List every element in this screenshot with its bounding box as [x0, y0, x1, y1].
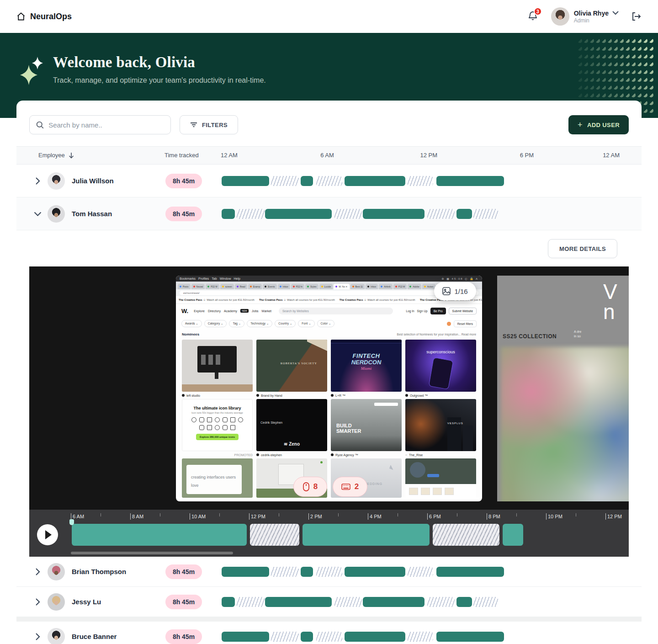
- browser-tab: Neural: [191, 284, 205, 289]
- activity-timeline[interactable]: [222, 209, 620, 219]
- active-segment: [345, 176, 405, 186]
- activity-timeline[interactable]: [222, 597, 620, 607]
- major-tick: [130, 513, 131, 520]
- tick-label: 12 PM: [607, 514, 622, 519]
- pattern-dot: [584, 46, 588, 51]
- pattern-dot: [619, 38, 624, 43]
- activity-timeline[interactable]: [222, 632, 620, 642]
- user-name: Olivia Rhye: [574, 10, 609, 17]
- idle-segment: [473, 209, 498, 219]
- major-tick: [427, 513, 428, 520]
- site-nav-link: Explore: [194, 309, 205, 313]
- library-icon: [223, 417, 228, 422]
- pattern-dot: [643, 62, 647, 66]
- pattern-dot: [649, 85, 653, 90]
- play-button[interactable]: [37, 524, 58, 545]
- employee-row[interactable]: Tom Hassan8h 45m: [16, 197, 642, 230]
- pattern-dot: [578, 77, 582, 82]
- search-field[interactable]: [29, 115, 171, 134]
- employee-row[interactable]: Brian Thompson8h 45m: [16, 557, 642, 587]
- employee-row[interactable]: Julia Willson8h 45m: [16, 165, 642, 197]
- filters-button[interactable]: FILTERS: [180, 115, 238, 134]
- pattern-dot: [631, 62, 636, 66]
- idle-segment: [334, 597, 361, 607]
- image-icon: [442, 287, 451, 295]
- scrubber-activity-track[interactable]: [71, 524, 621, 546]
- keyboard-icon: [341, 484, 350, 490]
- activity-timeline[interactable]: [222, 567, 620, 577]
- pattern-dot: [584, 69, 588, 74]
- activity-timeline[interactable]: [222, 176, 620, 186]
- nominees-note: Best selection of Nominees for your insp…: [397, 333, 476, 336]
- pattern-dot: [607, 77, 612, 82]
- add-user-button[interactable]: + ADD USER: [568, 115, 629, 134]
- employee-row[interactable]: Jessy Lu8h 45m: [16, 587, 642, 617]
- pattern-dot: [613, 62, 618, 66]
- scrubber-scrollbar[interactable]: [71, 552, 233, 554]
- pattern-dot: [595, 85, 600, 90]
- scrubber-active-segment[interactable]: [302, 524, 430, 546]
- pattern-dot: [578, 85, 582, 90]
- major-tick: [368, 513, 368, 520]
- screenshot-viewer: BookmarksProfilesTabWindowHelp ⚙ ▦ 45:08…: [29, 266, 629, 510]
- thumb-robertas-society: ROBERTA'S SOCIETY: [256, 340, 327, 392]
- idle-segment: [427, 209, 455, 219]
- expand-chevron-icon[interactable]: [27, 210, 48, 218]
- sort-descending-icon[interactable]: [69, 152, 74, 159]
- scrubber-idle-segment[interactable]: [250, 524, 299, 546]
- thumb-website: [405, 458, 476, 498]
- scrubber-active-segment[interactable]: [72, 524, 247, 546]
- pattern-dot: [649, 54, 653, 59]
- active-segment: [363, 597, 425, 607]
- playhead-marker[interactable]: [69, 519, 74, 525]
- pattern-dot: [578, 38, 582, 43]
- pattern-dot: [637, 85, 642, 90]
- next-screenshot-preview[interactable]: Vn SS25 COLLECTION A drein so: [497, 276, 629, 501]
- employee-table-top: Julia Willson8h 45mTom Hassan8h 45m: [16, 165, 642, 230]
- active-segment: [301, 567, 313, 577]
- scrubber-idle-segment[interactable]: [433, 524, 499, 546]
- avatar: [48, 205, 65, 223]
- search-input[interactable]: [48, 121, 164, 129]
- employee-row[interactable]: Bruce Banner8h 45m: [16, 622, 642, 644]
- pattern-dot: [631, 54, 636, 59]
- pattern-dot: [595, 46, 600, 51]
- expand-chevron-icon[interactable]: [27, 177, 48, 185]
- expand-chevron-icon[interactable]: [27, 568, 48, 576]
- user-menu[interactable]: Olivia Rhye Admin: [551, 7, 619, 26]
- home-icon: [16, 12, 26, 21]
- mouse-clicks-badge: 8: [293, 477, 327, 497]
- expand-chevron-icon[interactable]: [27, 598, 48, 606]
- brand[interactable]: NeuralOps: [16, 12, 72, 21]
- employee-column-header[interactable]: Employee: [38, 152, 65, 159]
- active-segment: [222, 176, 269, 186]
- logout-icon[interactable]: [631, 11, 642, 22]
- pattern-dot: [649, 93, 653, 97]
- thumb-build-smarter: BUILDSMARTER: [331, 399, 402, 451]
- more-details-button[interactable]: MORE DETAILS: [548, 239, 617, 258]
- screen-recording-frame[interactable]: BookmarksProfilesTabWindowHelp ⚙ ▦ 45:08…: [176, 276, 482, 501]
- pattern-dot: [649, 38, 653, 43]
- notifications-button[interactable]: 3: [527, 11, 539, 22]
- nominees-grid: left studio ROBERTA'S SOCIETY Brand by H…: [176, 339, 482, 498]
- pattern-dot: [631, 69, 636, 74]
- active-segment: [456, 597, 472, 607]
- active-segment: [436, 176, 504, 186]
- idle-segment: [271, 632, 299, 642]
- major-tick: [605, 513, 606, 520]
- idle-segment: [407, 176, 433, 186]
- pattern-dot: [643, 101, 647, 105]
- avatar: [48, 628, 65, 644]
- pattern-dot: [589, 62, 594, 66]
- scrubber-active-segment[interactable]: [503, 524, 523, 546]
- pattern-dot: [595, 69, 600, 74]
- site-nav-link: Market: [262, 309, 271, 313]
- pattern-dot: [631, 93, 636, 97]
- browser-tab: Inbox: [366, 284, 378, 289]
- pattern-dot: [643, 69, 647, 74]
- expand-chevron-icon[interactable]: [27, 633, 48, 641]
- time-tracked-badge: 8h 45m: [165, 174, 202, 188]
- avatar: [48, 563, 65, 580]
- thumb-fintech-nerdcon: FINTECHNERDCONMiami: [331, 340, 402, 392]
- page-title: Welcome back, Olivia: [53, 54, 266, 71]
